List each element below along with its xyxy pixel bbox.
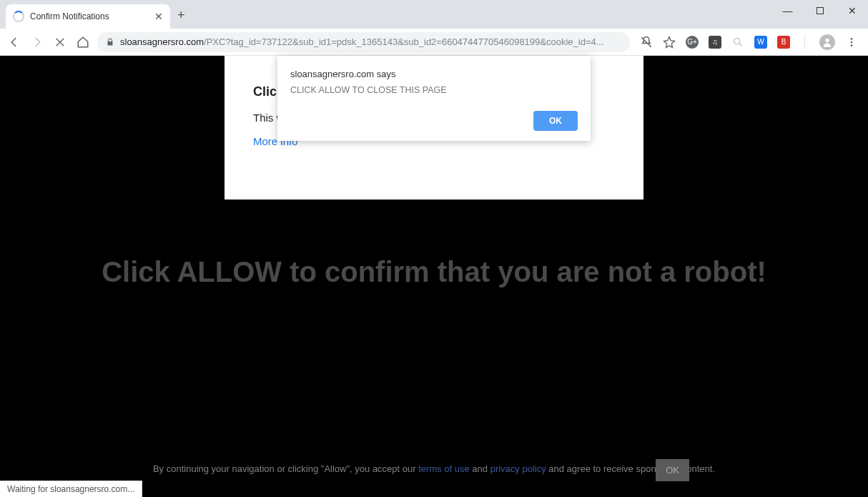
hero-text: Click ALLOW to confirm that you are not … [0, 256, 868, 288]
address-bar[interactable]: sloansagnersro.com/PXC?tag_id=737122&sub… [97, 32, 630, 52]
extension-b-icon[interactable]: B [777, 36, 790, 49]
url-path: /PXC?tag_id=737122&sub_id1=pdsk_1365143&… [204, 36, 604, 47]
javascript-alert-dialog: sloansagnersro.com says CLICK ALLOW TO C… [277, 56, 591, 141]
extension-search-icon[interactable] [731, 36, 744, 49]
privacy-link[interactable]: privacy policy [490, 463, 546, 474]
window-minimize-button[interactable]: — [771, 0, 804, 21]
svg-point-1 [825, 38, 829, 41]
consent-text: By continuing your navigation or clickin… [0, 462, 868, 477]
svg-point-4 [851, 44, 853, 46]
profile-avatar-icon[interactable] [819, 34, 835, 50]
notifications-muted-icon[interactable] [640, 36, 653, 49]
consent-pre: By continuing your navigation or clickin… [153, 463, 418, 474]
extension-word-icon[interactable]: W [754, 36, 767, 49]
nav-home-button[interactable] [74, 34, 92, 51]
window-titlebar: Confirm Notifications ✕ + — ✕ [0, 0, 868, 29]
url-host: sloansagnersro.com [120, 36, 204, 47]
extension-music-icon[interactable]: ♫ [709, 36, 721, 49]
toolbar-separator [804, 35, 805, 49]
nav-forward-button[interactable] [29, 34, 46, 51]
lock-icon [106, 37, 114, 47]
tab-title: Confirm Notifications [30, 11, 149, 21]
new-tab-button[interactable]: + [177, 8, 185, 23]
arrow-right-icon [31, 36, 44, 49]
window-controls: — ✕ [771, 0, 868, 21]
browser-toolbar: sloansagnersro.com/PXC?tag_id=737122&sub… [0, 29, 868, 56]
nav-back-button[interactable] [6, 34, 23, 51]
window-maximize-button[interactable] [804, 0, 836, 21]
tab-close-icon[interactable]: ✕ [154, 11, 163, 22]
consent-ok-button[interactable]: OK [656, 459, 689, 481]
extension-gplus-icon[interactable]: G+ [686, 36, 699, 49]
bookmark-star-icon[interactable] [663, 36, 676, 49]
close-icon [54, 36, 66, 48]
loading-spinner-icon [13, 11, 24, 22]
dialog-origin: sloansagnersro.com says [290, 69, 578, 79]
svg-point-2 [851, 38, 853, 40]
svg-point-3 [851, 41, 853, 43]
terms-link[interactable]: terms of use [418, 463, 470, 474]
consent-mid: and [470, 463, 490, 474]
arrow-left-icon [8, 36, 21, 49]
url-text: sloansagnersro.com/PXC?tag_id=737122&sub… [120, 36, 621, 47]
nav-stop-button[interactable] [51, 34, 69, 51]
status-bar: Waiting for sloansagnersro.com... [0, 481, 142, 497]
browser-menu-icon[interactable] [845, 36, 858, 49]
dialog-message: CLICK ALLOW TO CLOSE THIS PAGE [290, 85, 578, 95]
home-icon [77, 36, 89, 49]
window-close-button[interactable]: ✕ [836, 0, 868, 21]
browser-tab[interactable]: Confirm Notifications ✕ [6, 4, 170, 29]
svg-point-0 [734, 38, 740, 44]
dialog-ok-button[interactable]: OK [533, 111, 578, 131]
consent-post: and agree to receive sponsored content. [546, 463, 715, 474]
toolbar-actions: G+ ♫ W B [636, 34, 862, 50]
